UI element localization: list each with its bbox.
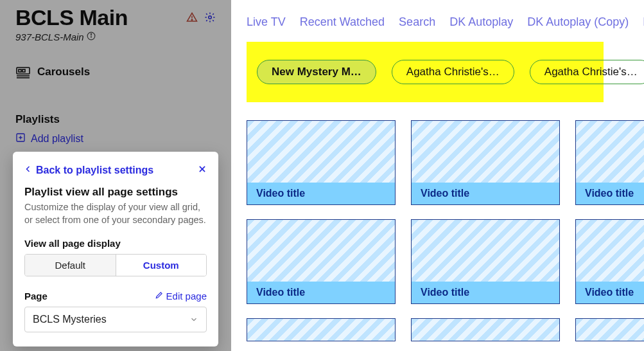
preview-panel: Live TV Recent Watched Search DK Autopla… [231, 0, 644, 351]
video-card[interactable]: Video title [575, 219, 644, 304]
popover-description: Customize the display of your view all g… [24, 201, 207, 226]
svg-point-1 [191, 19, 193, 21]
seg-custom[interactable]: Custom [116, 255, 207, 276]
pill-agatha-2[interactable]: Agatha Christie's… [530, 60, 644, 84]
svg-point-2 [209, 15, 212, 19]
video-card[interactable]: Video title [247, 219, 396, 304]
playlists-header: Playlists [15, 113, 216, 126]
video-card[interactable] [411, 318, 560, 341]
video-title: Video title [256, 287, 386, 298]
chevron-down-icon [189, 315, 198, 324]
subid-text: 937-BCLS-Main [15, 32, 84, 42]
carousels-icon [15, 66, 31, 78]
video-card[interactable]: Video title [411, 219, 560, 304]
category-pill-band: New Mystery M… Agatha Christie's… Agatha… [247, 42, 604, 102]
warning-icon[interactable] [186, 12, 198, 26]
pill-new-mystery[interactable]: New Mystery M… [257, 60, 376, 84]
svg-point-5 [91, 33, 91, 34]
page-select-value: BCLS Mysteries [33, 314, 107, 325]
tab-dk-autoplay[interactable]: DK Autoplay [449, 15, 513, 29]
edit-page-link[interactable]: Edit page [155, 291, 207, 302]
page-select[interactable]: BCLS Mysteries [24, 307, 207, 332]
tab-live-tv[interactable]: Live TV [247, 15, 286, 29]
page-subid: 937-BCLS-Main [15, 32, 216, 42]
pencil-icon [155, 291, 164, 302]
svg-rect-7 [19, 69, 21, 72]
tab-dk-autoplay-copy[interactable]: DK Autoplay (Copy) [527, 15, 629, 29]
chevron-left-icon [24, 165, 32, 176]
close-button[interactable] [198, 163, 207, 177]
video-card[interactable]: Video title [575, 120, 644, 205]
pill-agatha-1[interactable]: Agatha Christie's… [392, 60, 514, 84]
video-title: Video title [585, 287, 644, 298]
playlist-settings-popover: Back to playlist settings Playlist view … [13, 152, 218, 346]
edit-page-label: Edit page [166, 291, 207, 302]
video-card[interactable] [247, 318, 396, 341]
carousels-label: Carousels [37, 66, 90, 78]
left-panel: BCLS Main 937-BCLS-Main [0, 0, 231, 351]
video-card[interactable]: Video title [247, 120, 396, 205]
plus-icon [15, 132, 26, 145]
page-label: Page [24, 291, 48, 302]
add-playlist-button[interactable]: Add playlist [15, 132, 216, 145]
video-grid: Video title Video title Video title Vide… [247, 120, 644, 341]
tab-recent-watched[interactable]: Recent Watched [300, 15, 385, 29]
video-title: Video title [585, 188, 644, 199]
video-card[interactable] [575, 318, 644, 341]
tab-search[interactable]: Search [399, 15, 435, 29]
back-button[interactable]: Back to playlist settings [24, 165, 153, 176]
tab-bar: Live TV Recent Watched Search DK Autopla… [247, 0, 644, 42]
popover-title: Playlist view all page settings [24, 186, 207, 199]
back-label: Back to playlist settings [36, 165, 153, 176]
close-icon [198, 163, 207, 176]
video-title: Video title [421, 287, 550, 298]
video-card[interactable]: Video title [411, 120, 560, 205]
gear-icon[interactable] [204, 12, 216, 26]
info-icon[interactable] [87, 32, 96, 42]
display-segmented-control: Default Custom [24, 254, 207, 276]
display-label: View all page display [24, 238, 207, 249]
video-title: Video title [421, 188, 550, 199]
seg-default[interactable]: Default [25, 255, 116, 276]
add-playlist-label: Add playlist [31, 133, 83, 145]
carousels-row[interactable]: Carousels [15, 66, 216, 78]
page-title: BCLS Main [15, 0, 128, 30]
svg-rect-8 [22, 69, 25, 72]
video-title: Video title [256, 188, 386, 199]
